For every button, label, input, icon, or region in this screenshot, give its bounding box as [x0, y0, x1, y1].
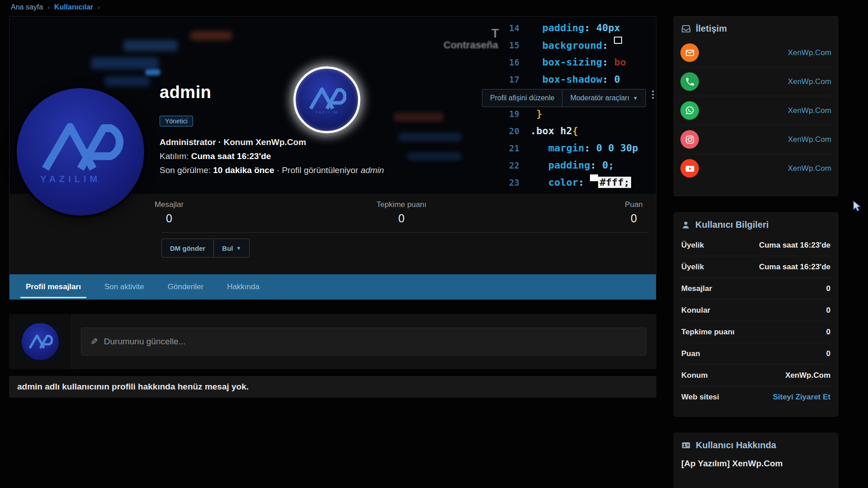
info-label: Üyelik: [681, 241, 704, 250]
info-label: Konum: [681, 371, 708, 380]
banner-decor: [394, 113, 443, 122]
profile-stat[interactable]: Puan0: [618, 200, 650, 225]
stat-value: 0: [618, 212, 650, 225]
profile-action-group: DM gönder Bul ▼: [161, 239, 250, 258]
banner-faint-text: Contraseña: [443, 39, 498, 51]
profile-identity: admin Yönetici Administrator · Konum Xen…: [160, 83, 384, 175]
profile-panel: Contraseña T 14 padding: 40px15 backgrou…: [9, 16, 656, 299]
banner-decor: [104, 76, 150, 86]
info-value: 0: [826, 349, 830, 358]
contact-panel-title: İletişim: [674, 17, 838, 38]
more-options-icon[interactable]: ⋮: [648, 91, 655, 98]
last-seen-viewer: admin: [361, 165, 384, 175]
contact-link-youtube[interactable]: XenWp.Com: [788, 164, 831, 173]
status-input[interactable]: ✎ Durumunu güncelle...: [81, 328, 646, 356]
code-line: 15 background:: [504, 37, 650, 54]
stat-label: Tepkime puanı: [377, 200, 427, 209]
contact-title-text: İletişim: [696, 23, 727, 34]
user-info-row: ÜyelikCuma saat 16:23'de: [681, 235, 830, 256]
code-segment: 40px: [596, 22, 620, 33]
code-segment: padding: [530, 160, 590, 171]
code-line-number: 22: [504, 157, 519, 174]
contact-link-whatsapp[interactable]: XenWp.Com: [788, 106, 831, 115]
info-value: 0: [826, 328, 830, 337]
user-info-row: Web sitesiSiteyi Ziyaret Et: [681, 386, 830, 408]
last-seen-mid: · Profil görüntüleniyor: [277, 165, 359, 175]
instagram-icon: [680, 130, 699, 149]
contact-link-instagram[interactable]: XenWp.Com: [788, 135, 831, 144]
info-value: Cuma saat 16:23'de: [759, 263, 830, 272]
divider: [161, 232, 649, 233]
status-input-placeholder: Durumunu güncelle...: [104, 337, 186, 347]
whatsapp-icon: [680, 101, 699, 120]
code-segment: :: [584, 142, 596, 154]
user-info-row: KonumXenWp.Com: [681, 364, 830, 386]
code-line: 19 }: [504, 105, 650, 122]
info-value: 0: [826, 284, 830, 293]
dm-button[interactable]: DM gönder: [162, 239, 213, 257]
chevron-down-icon: ▼: [236, 245, 241, 251]
tab-profil-mesajlar-[interactable]: Profil mesajları: [14, 274, 93, 300]
info-value: 0: [826, 306, 830, 315]
code-line-text: }: [530, 105, 542, 122]
breadcrumb-home-link[interactable]: Ana sayfa: [11, 3, 43, 11]
email-icon: [680, 43, 699, 62]
empty-profile-message: admin adlı kullanıcının profili hakkında…: [9, 376, 656, 398]
sidebar: İletişim XenWp.ComXenWp.ComXenWp.ComXenW…: [674, 16, 838, 488]
find-button[interactable]: Bul ▼: [213, 239, 249, 257]
code-segment: :: [584, 22, 596, 33]
info-value: Cuma saat 16:23'de: [759, 241, 830, 250]
code-line: 14 padding: 40px: [504, 19, 650, 37]
banner-decor: [407, 152, 462, 160]
code-segment: 0;: [602, 160, 614, 171]
composer-avatar[interactable]: [19, 320, 61, 363]
profile-avatar[interactable]: YAZILIM: [17, 88, 144, 216]
user-info-row: Puan0: [681, 343, 830, 364]
code-line: 17 box-shadow: 0: [504, 71, 650, 88]
code-segment: .box h2: [530, 125, 572, 136]
tab-g-nderiler[interactable]: Gönderiler: [156, 274, 215, 300]
contact-list: XenWp.ComXenWp.ComXenWp.ComXenWp.ComXenW…: [674, 38, 838, 183]
code-segment: :: [602, 40, 614, 51]
code-line-number: 23: [504, 174, 519, 191]
code-line-text: background:: [530, 37, 622, 54]
tab-son-aktivite[interactable]: Son aktivite: [93, 274, 156, 300]
banner-decor: [398, 132, 462, 141]
code-line-number: 19: [504, 105, 519, 122]
last-seen-label: Son görülme:: [160, 165, 211, 175]
code-line: 21 margin: 0 0 30p: [504, 140, 650, 157]
chevron-down-icon: ▼: [633, 95, 638, 101]
code-line: 16 box-sizing: bo: [504, 54, 650, 71]
profile-stat[interactable]: Tepkime puanı0: [377, 200, 427, 225]
role-line: Administrator · Konum XenWp.Com: [160, 137, 384, 147]
code-line: 22 padding: 0;: [504, 157, 650, 174]
moderator-tools-button[interactable]: Moderatör araçları ▼: [562, 89, 646, 107]
contact-panel: İletişim XenWp.ComXenWp.ComXenWp.ComXenW…: [674, 16, 838, 196]
code-segment: 0: [614, 74, 620, 85]
banner-decor: [91, 57, 159, 69]
edit-banner-button[interactable]: Profil afişini düzenle: [482, 89, 562, 107]
contact-row: XenWp.Com: [680, 125, 831, 154]
youtube-icon: [680, 159, 699, 178]
phone-icon: [680, 72, 699, 91]
profile-stat[interactable]: Mesajlar0: [153, 200, 185, 225]
breadcrumb: Ana sayfa › Kullanıcılar ›: [11, 3, 100, 11]
code-segment: {: [572, 125, 578, 136]
info-label: Web sitesi: [681, 393, 719, 402]
code-segment: color: [530, 177, 578, 188]
contact-row: XenWp.Com: [680, 67, 831, 96]
user-info-panel: Kullanıcı Bilgileri ÜyelikCuma saat 16:2…: [674, 212, 838, 417]
user-info-row: ÜyelikCuma saat 16:23'de: [681, 256, 830, 277]
contact-link-phone[interactable]: XenWp.Com: [788, 77, 831, 86]
visit-site-link[interactable]: Siteyi Ziyaret Et: [773, 393, 830, 402]
joined-value: Cuma saat 16:23'de: [191, 151, 271, 161]
contact-link-email[interactable]: XenWp.Com: [788, 48, 831, 57]
banner-decor: [123, 40, 178, 51]
code-segment: :: [590, 160, 602, 171]
code-line-text: color: #fff;: [530, 174, 631, 191]
tab-hakk-nda[interactable]: Hakkında: [215, 274, 271, 300]
status-composer: ✎ Durumunu güncelle...: [9, 314, 656, 369]
code-line-text: box-shadow: 0: [530, 71, 620, 88]
joined-label: Katılım:: [160, 151, 189, 161]
breadcrumb-users-link[interactable]: Kullanıcılar: [54, 3, 93, 11]
